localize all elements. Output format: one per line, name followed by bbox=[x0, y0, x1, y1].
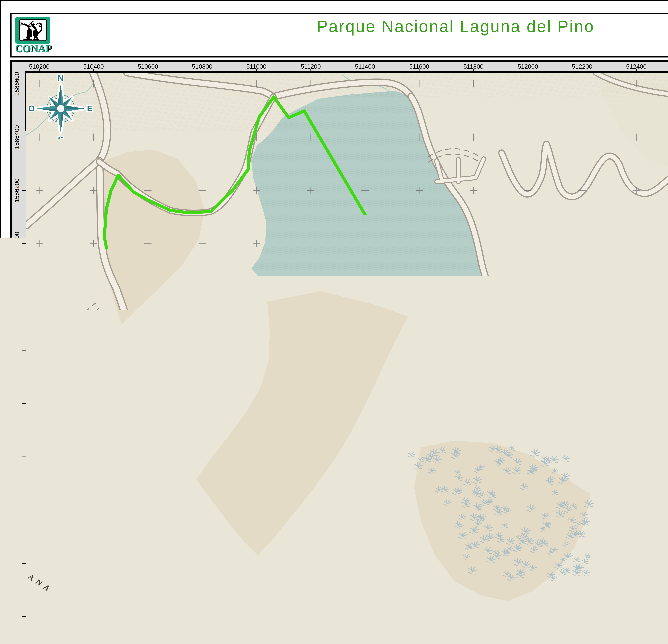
svg-text:510400: 510400 bbox=[83, 63, 104, 70]
svg-text:511000: 511000 bbox=[246, 63, 267, 70]
svg-text:1586600: 1586600 bbox=[13, 72, 20, 96]
svg-text:511400: 511400 bbox=[355, 63, 375, 70]
svg-text:512200: 512200 bbox=[572, 63, 592, 70]
svg-text:CONAP: CONAP bbox=[15, 43, 52, 54]
svg-text:510200: 510200 bbox=[29, 628, 49, 635]
svg-text:510600: 510600 bbox=[138, 628, 158, 635]
svg-text:1586000: 1586000 bbox=[13, 232, 20, 255]
svg-text:511600: 511600 bbox=[409, 628, 429, 635]
svg-text:511400: 511400 bbox=[355, 628, 375, 635]
svg-text:510200: 510200 bbox=[29, 63, 49, 70]
svg-text:512000: 512000 bbox=[518, 628, 538, 635]
svg-text:511200: 511200 bbox=[301, 63, 321, 70]
svg-text:1584800: 1584800 bbox=[13, 551, 20, 575]
svg-text:512400: 512400 bbox=[626, 628, 647, 635]
svg-text:510800: 510800 bbox=[192, 628, 212, 635]
svg-text:1586400: 1586400 bbox=[13, 125, 20, 149]
svg-text:1584600: 1584600 bbox=[13, 604, 20, 629]
svg-text:1586200: 1586200 bbox=[13, 178, 20, 202]
svg-text:1585200: 1585200 bbox=[13, 445, 20, 469]
svg-text:510800: 510800 bbox=[192, 63, 212, 70]
svg-text:511800: 511800 bbox=[464, 628, 484, 635]
svg-text:Parque Nacional Laguna del Pin: Parque Nacional Laguna del Pino bbox=[317, 17, 594, 35]
svg-text:511600: 511600 bbox=[409, 63, 429, 70]
svg-text:512400: 512400 bbox=[626, 63, 647, 70]
svg-text:512200: 512200 bbox=[572, 628, 592, 635]
svg-text:1585400: 1585400 bbox=[13, 392, 20, 415]
svg-text:1585000: 1585000 bbox=[13, 498, 20, 522]
svg-text:511800: 511800 bbox=[464, 63, 484, 70]
svg-text:511200: 511200 bbox=[301, 628, 321, 635]
svg-text:512000: 512000 bbox=[518, 63, 538, 70]
svg-text:1585600: 1585600 bbox=[13, 338, 20, 362]
svg-text:1585800: 1585800 bbox=[13, 285, 20, 309]
svg-text:510600: 510600 bbox=[138, 63, 158, 70]
svg-text:510400: 510400 bbox=[83, 628, 104, 635]
svg-text:511000: 511000 bbox=[246, 628, 267, 635]
